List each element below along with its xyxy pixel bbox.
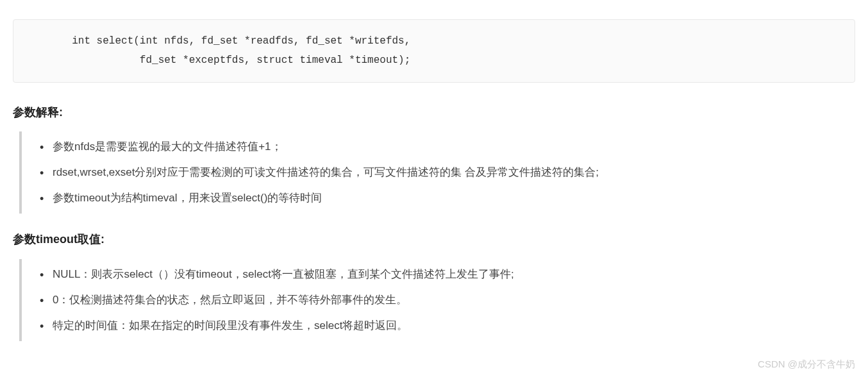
timeout-list: NULL：则表示select（）没有timeout，select将一直被阻塞，直… — [35, 262, 855, 339]
watermark: CSDN @成分不含牛奶 — [758, 355, 855, 363]
list-item: rdset,wrset,exset分别对应于需要检测的可读文件描述符的集合，可写… — [53, 160, 855, 185]
code-line-2: fd_set *exceptfds, struct timeval *timeo… — [29, 55, 410, 66]
list-item: 参数timeout为结构timeval，用来设置select()的等待时间 — [53, 185, 855, 211]
quote-block-timeout: NULL：则表示select（）没有timeout，select将一直被阻塞，直… — [19, 259, 855, 341]
section-heading-timeout: 参数timeout取值: — [13, 229, 855, 249]
params-list: 参数nfds是需要监视的最大的文件描述符值+1； rdset,wrset,exs… — [35, 134, 855, 211]
code-block: int select(int nfds, fd_set *readfds, fd… — [13, 19, 855, 83]
code-line-1: int select(int nfds, fd_set *readfds, fd… — [29, 35, 410, 47]
section-heading-params: 参数解释: — [13, 102, 855, 122]
quote-block-params: 参数nfds是需要监视的最大的文件描述符值+1； rdset,wrset,exs… — [19, 131, 855, 214]
list-item: 特定的时间值：如果在指定的时间段里没有事件发生，select将超时返回。 — [53, 313, 855, 339]
list-item: 参数nfds是需要监视的最大的文件描述符值+1； — [53, 134, 855, 160]
list-item: 0：仅检测描述符集合的状态，然后立即返回，并不等待外部事件的发生。 — [53, 287, 855, 313]
list-item: NULL：则表示select（）没有timeout，select将一直被阻塞，直… — [53, 262, 855, 287]
